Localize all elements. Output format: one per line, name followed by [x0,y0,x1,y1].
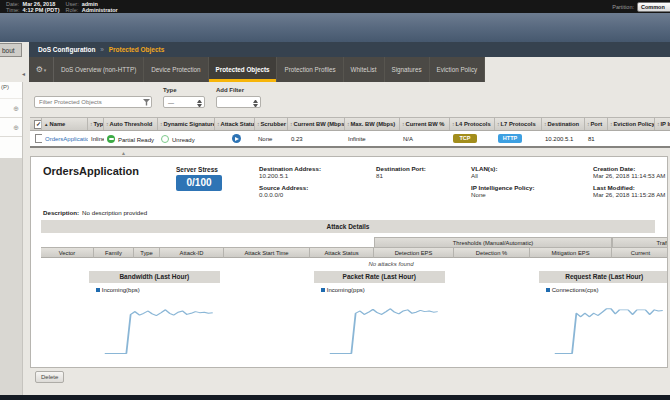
attack-details-table: Thresholds (Manual/Automatic)Traffic EPS… [41,237,667,271]
pane-splitter-handle[interactable]: ▲ [121,151,126,155]
column-header-scrubber[interactable]: ↕Scrubber [255,118,288,130]
partition-select[interactable]: Common [637,2,670,12]
tab-eviction-policy[interactable]: Eviction Policy [430,57,486,82]
breadcrumb: DoS Configuration » Protected Objects [29,42,670,57]
column-header-port[interactable]: ↕Port [585,118,608,130]
table-cell-select[interactable] [30,134,42,144]
field-value: None [471,191,593,198]
sort-icon: ↕ [544,121,547,127]
request-rate-last-hour-line [485,295,667,361]
legend-label: Incoming(bps) [102,287,140,293]
detail-field: Last Modified:Mar 26, 2018 11:15:28 AM [593,184,670,198]
attack-column-header-family[interactable]: Family [94,247,134,258]
sort-icon: ↕ [90,121,93,127]
table-cell-max-bw-mbps: Infinite [345,136,400,142]
plus-circle-icon[interactable]: ⊕ [13,105,19,112]
column-header-current-bw-mbps[interactable]: ↕Current BW (Mbps) [288,118,345,130]
table-cell-auto-threshold[interactable]: Partial Ready [104,135,158,143]
attack-column-header-detection[interactable]: Detection % [454,247,530,258]
tab-protected-objects[interactable]: Protected Objects [209,57,278,82]
tab-options-gear-button[interactable]: ⚙ ▾ [29,57,54,82]
legend-marker-icon [546,288,550,292]
column-header-l7-protocols[interactable]: ↕L7 Protocols [495,118,542,130]
cutoff-about-tab[interactable]: bout [0,43,22,57]
add-filter-select[interactable] [216,96,261,108]
chart-title: Request Rate (Last Hour) [539,271,667,283]
partition-block: Partition: Common [612,0,670,13]
column-header-name[interactable]: ▲Name [42,118,88,130]
table-cell-name[interactable]: OrdersApplication [42,136,88,142]
object-detail-fields: Destination Address:10.200.5.1Source Add… [259,165,670,203]
user-block: User: admin Role: Administrator [66,1,118,13]
time-value: 4:12 PM (PDT) [23,7,60,13]
attack-column-header-attack-id[interactable]: Attack-ID [160,247,224,258]
detail-field: Creation Date:Mar 26, 2018 11:14:53 AM [593,165,670,179]
column-header-ip-intelligence[interactable]: ↕IP Intelligence [655,118,670,130]
legend-marker-icon [321,288,325,292]
column-header-max-bw-mbps[interactable]: ↕Max. BW (Mbps) [345,118,400,130]
main-content: Type — Add Filter ✓▲Name↕Type↕Auto Thres… [29,82,670,395]
bottom-bar [0,395,670,400]
column-header-eviction-policy[interactable]: ↕Eviction Policy [608,118,655,130]
attack-column-header-mitigation-eps[interactable]: Mitigation EPS [530,247,612,258]
tab-signatures[interactable]: Signatures [385,57,430,82]
tab-protection-profiles[interactable]: Protection Profiles [277,57,343,82]
description-label: Description: [43,209,79,216]
select-all-checkbox[interactable]: ✓ [34,120,42,129]
filter-protected-objects-input[interactable] [34,96,152,108]
object-title: OrdersApplication [43,165,139,177]
column-header-dynamic-signatures[interactable]: ↕Dynamic Signatures [158,118,215,130]
column-header-attack-status[interactable]: ↕Attack Status [215,118,255,130]
table-cell-l7-protocols[interactable]: HTTP [495,134,542,143]
attack-group-blank [41,237,374,247]
tab-whitelist[interactable]: WhiteList [344,57,385,82]
field-value: All [471,172,593,179]
sort-icon: ↕ [217,121,220,127]
sidebar-list-item[interactable]: ⊕ [0,118,22,137]
attack-column-header-vector[interactable]: Vector [41,247,94,258]
object-description: Description:No description provided [43,209,147,216]
bandwidth-last-hour-line [35,295,260,361]
breadcrumb-page: Protected Objects [109,46,165,53]
table-cell-attack-status[interactable] [215,134,255,143]
table-cell-type: Inline [88,136,104,142]
sidebar-list-item[interactable]: ⊕ [0,99,22,118]
row-checkbox[interactable] [35,134,42,143]
type-filter-select[interactable]: — [163,96,205,108]
sort-icon: ↕ [610,121,613,127]
table-cell-dynamic-signatures[interactable]: Unready [158,135,215,143]
table-cell-port: 81 [585,136,608,142]
tab-dos-overview-non-http[interactable]: DoS Overview (non-HTTP) [54,57,144,82]
field-label: VLAN(s): [471,165,593,172]
attack-column-header-attack-start-time[interactable]: Attack Start Time [224,247,310,258]
field-label: Creation Date: [593,165,670,172]
column-header-current-bw[interactable]: ↕Current BW % [400,118,450,130]
filter-funnel-icon [143,99,151,106]
attack-column-header-attack-status[interactable]: Attack Status [310,247,374,258]
sidebar-item-cutoff: (P) [0,82,22,99]
plus-circle-icon[interactable]: ⊕ [13,124,19,131]
attack-column-header-type[interactable]: Type [134,247,160,258]
protected-object-link[interactable]: OrdersApplication [45,136,88,142]
chart-bandwidth-last-hour: Bandwidth (Last Hour)Incoming(bps) [35,271,260,365]
attack-status-ok-icon [232,134,241,143]
attack-column-header-detection-eps[interactable]: Detection EPS [374,247,454,258]
field-label: Destination Port: [376,165,471,172]
table-cell-l4-protocols[interactable]: TCP [450,134,495,143]
tcp-protocol-badge: TCP [453,134,477,143]
delete-button[interactable]: Delete [35,371,64,383]
sidebar-collapse-button[interactable]: ◄ [20,70,27,78]
column-header-destination[interactable]: ↕Destination [542,118,585,130]
column-header-auto-threshold[interactable]: ↕Auto Threshold [104,118,158,130]
legend-label: Incoming(pps) [327,287,365,293]
detail-field-column: Destination Port:81 [376,165,471,203]
packet-rate-last-hour-line [260,295,485,361]
column-header-l4-protocols[interactable]: ↕L4 Protocols [450,118,495,130]
detail-field: Source Address:0.0.0.0/0 [259,184,376,198]
tab-device-protection[interactable]: Device Protection [144,57,208,82]
column-header-type[interactable]: ↕Type [88,118,104,130]
tab-bar: ⚙ ▾ DoS Overview (non-HTTP)Device Protec… [29,57,485,82]
attack-column-header-current[interactable]: Current [612,247,667,258]
protected-objects-table: ✓▲Name↕Type↕Auto Threshold↕Dynamic Signa… [30,117,670,151]
select-all-header-cell[interactable]: ✓ [30,118,42,130]
